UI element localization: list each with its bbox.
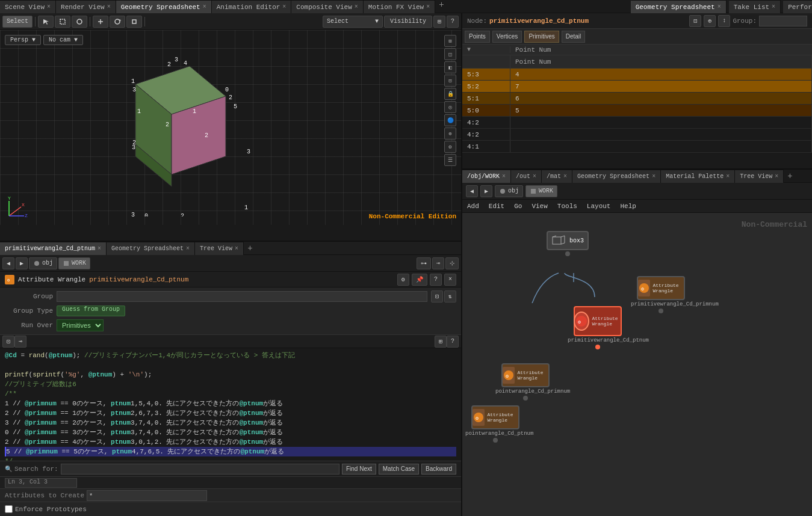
tab-primitivewrangle[interactable]: primitivewrangle_Cd_ptnum × — [0, 242, 107, 255]
tab-close-take-list[interactable]: × — [772, 4, 775, 10]
tab-tree-view-mid[interactable]: Tree View × — [735, 170, 784, 183]
tab-sub-geo-spreadsheet[interactable]: Geometry Spreadsheet × — [107, 242, 195, 255]
sub-panel-extra-3[interactable]: ⊹ — [445, 257, 459, 269]
tab-close-geo-spreadsheet[interactable]: × — [203, 4, 206, 10]
persp-dropdown[interactable]: Persp ▼ — [5, 35, 41, 45]
tab-close-composite-view[interactable]: × — [355, 4, 358, 10]
menu-tools[interactable]: Tools — [555, 203, 580, 210]
ss-row-4-2b[interactable]: 4:2 — [462, 129, 812, 141]
ss-row-5-3[interactable]: 5:3 4 — [462, 69, 812, 81]
right-obj-btn[interactable]: obj — [495, 185, 523, 197]
vex-code-area[interactable]: @Cd = rand ( @ptnum ); //プリミティブナンバー1,4が同… — [0, 348, 461, 461]
aw-help-btn[interactable]: ? — [430, 274, 442, 286]
aw-gear-btn[interactable]: ⚙ — [397, 274, 409, 286]
backward-btn[interactable]: Backward — [421, 464, 456, 475]
select-tool-3[interactable] — [72, 16, 87, 28]
ng-node-pointwrangle-ptnum[interactable]: ⚙ Attribute Wrangle pointwrangle_Cd_ptnu… — [465, 405, 525, 443]
tab-close-out[interactable]: × — [533, 173, 536, 180]
ng-node-box3[interactable]: box3 — [547, 231, 589, 256]
sub-obj-btn[interactable]: obj — [29, 257, 57, 269]
right-work-btn[interactable]: WORK — [525, 185, 557, 197]
geo-prims-btn[interactable]: Primitives — [524, 31, 559, 43]
tab-add-mid[interactable]: + — [784, 171, 796, 181]
vp-ctrl-4[interactable]: ⊡ — [444, 75, 456, 87]
tab-close-motion-fx-view[interactable]: × — [426, 4, 430, 10]
sub-panel-extra-1[interactable]: ⊶ — [417, 257, 431, 269]
find-next-btn[interactable]: Find Next — [342, 464, 376, 475]
ss-row-5-2[interactable]: 5:2 7 — [462, 81, 812, 93]
vex-expand[interactable]: ⊞ — [435, 336, 447, 348]
viewport-help-button[interactable]: ? — [447, 16, 459, 28]
select-tool-2[interactable] — [55, 16, 70, 28]
tab-close-geo-right[interactable]: × — [717, 4, 721, 10]
tab-mat[interactable]: /mat × — [542, 170, 572, 183]
expand-viewport-button[interactable]: ⊞ — [433, 16, 445, 28]
tab-close-geo-mid[interactable]: × — [652, 173, 655, 180]
tab-out[interactable]: /out × — [511, 170, 542, 183]
geo-detail-btn[interactable]: Detail — [562, 31, 586, 43]
vex-help[interactable]: ? — [447, 336, 459, 348]
tab-close-sub-geo[interactable]: × — [186, 245, 190, 252]
tab-composite-view[interactable]: Composite View × — [291, 0, 363, 13]
search-input[interactable] — [61, 464, 339, 475]
menu-view[interactable]: View — [529, 203, 550, 210]
tab-geometry-spreadsheet-left[interactable]: Geometry Spreadsheet × — [116, 0, 212, 13]
ng-node-attr-primnum[interactable]: ⚙ Attribute Wrangle primitivewrangle_Cd_… — [631, 276, 691, 313]
node-graph[interactable]: Non-Commercial — [462, 213, 812, 516]
tab-scene-view[interactable]: Scene View × — [0, 0, 56, 13]
tab-sub-tree-view[interactable]: Tree View × — [195, 242, 244, 255]
geo-points-btn[interactable]: Points — [465, 31, 490, 43]
vp-ctrl-2[interactable]: ◫ — [444, 48, 456, 60]
aw-close-btn[interactable]: × — [444, 274, 456, 286]
tab-close-obj-work[interactable]: × — [502, 173, 506, 180]
match-case-btn[interactable]: Match Case — [379, 464, 419, 475]
tab-geo-spreadsheet-mid[interactable]: Geometry Spreadsheet × — [572, 170, 661, 183]
menu-help[interactable]: Help — [618, 203, 638, 210]
viewport-canvas[interactable]: Persp ▼ No cam ▼ — [0, 30, 461, 225]
right-nav-back[interactable]: ◀ — [466, 185, 478, 197]
ng-node-pointwrangle-primnum[interactable]: ⚙ Attribute Wrangle pointwrangle_Cd_prim… — [495, 363, 556, 401]
right-nav-fwd[interactable]: ▶ — [480, 185, 492, 197]
ss-row-5-1[interactable]: 5:1 6 — [462, 93, 812, 105]
guess-from-group-btn[interactable]: Guess from Group — [57, 306, 125, 316]
sub-nav-forward[interactable]: ▶ — [16, 257, 28, 269]
sub-panel-extra-2[interactable]: ⊸ — [432, 257, 444, 269]
enforce-label[interactable]: Enforce Prototypes — [5, 505, 87, 513]
tab-obj-work[interactable]: /obj/WORK × — [462, 170, 511, 183]
vp-maximize[interactable]: ⊞ — [444, 35, 456, 47]
select-dropdown[interactable]: Select ▼ — [323, 16, 383, 28]
ng-node-attr-ptnum-selected[interactable]: ⚙ Attribute Wrangle primitivewrangle_Cd_… — [568, 306, 628, 349]
tab-close-animation-editor[interactable]: × — [282, 4, 286, 10]
run-over-dropdown[interactable]: Primitives — [57, 319, 104, 331]
select-tool-1[interactable] — [38, 16, 54, 28]
select-mode-button[interactable]: Select — [2, 16, 33, 28]
menu-edit[interactable]: Edit — [486, 203, 507, 210]
geo-verts-btn[interactable]: Vertices — [492, 31, 522, 43]
geo-tb-2[interactable]: ⊕ — [704, 15, 716, 27]
ss-row-5-0[interactable]: 5:0 5 — [462, 105, 812, 117]
tab-add-sub[interactable]: + — [244, 244, 256, 253]
sub-nav-back[interactable]: ◀ — [2, 257, 14, 269]
tab-performance-monitor[interactable]: Performance Monitor × — [783, 0, 812, 13]
geo-group-input[interactable] — [759, 16, 807, 26]
group-input[interactable] — [57, 291, 427, 302]
tab-render-view[interactable]: Render View × — [56, 0, 116, 13]
vp-ctrl-9[interactable]: ⚙ — [444, 141, 456, 153]
group-arrows-btn[interactable]: ⇅ — [444, 290, 456, 303]
tab-add-button[interactable]: + — [435, 0, 447, 13]
geo-sync-btn[interactable]: ⊡ — [689, 15, 701, 27]
tab-close-material-palette[interactable]: × — [726, 173, 730, 180]
visibility-button[interactable]: Visibility — [384, 16, 432, 28]
menu-layout[interactable]: Layout — [584, 203, 613, 210]
vex-tb-2[interactable]: ⊸ — [14, 336, 26, 348]
tab-material-palette[interactable]: Material Palette × — [661, 170, 735, 183]
group-toggle-btn[interactable]: ⊡ — [431, 290, 443, 303]
vp-ctrl-3[interactable]: ◧ — [444, 61, 456, 73]
ss-row-4-2a[interactable]: 4:2 — [462, 117, 812, 129]
rotate-tool[interactable] — [110, 16, 125, 28]
aw-pin-btn[interactable]: 📌 — [412, 274, 427, 286]
tab-close-sub-tree[interactable]: × — [235, 245, 238, 252]
scale-tool[interactable] — [126, 16, 142, 28]
enforce-checkbox[interactable] — [5, 505, 13, 513]
tab-close-prim[interactable]: × — [98, 245, 101, 252]
